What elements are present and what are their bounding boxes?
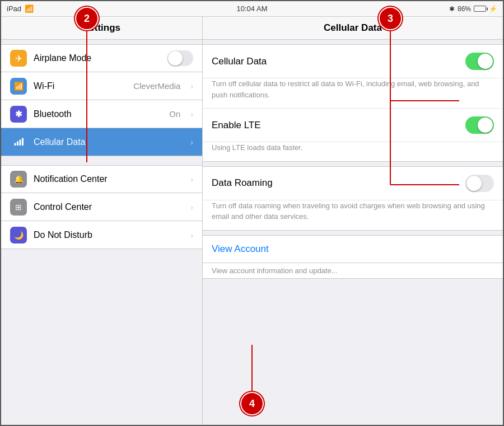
- settings-item-notification[interactable]: 🔔 Notification Center ›: [1, 165, 202, 193]
- enable-lte-toggle[interactable]: [465, 116, 494, 134]
- cellular-title: Cellular Data: [324, 22, 382, 33]
- left-panel: Settings ✈ Airplane Mode 📶: [1, 17, 203, 425]
- bluetooth-value: On: [169, 109, 180, 119]
- battery-percent: 86%: [458, 5, 471, 13]
- control-label: Control Center: [34, 202, 184, 212]
- main-content: Settings ✈ Airplane Mode 📶: [1, 17, 503, 425]
- bluetooth-chevron: ›: [190, 110, 193, 119]
- donotdisturb-chevron: ›: [190, 231, 193, 240]
- cellular-data-toggle[interactable]: [465, 53, 494, 70]
- settings-item-airplane[interactable]: ✈ Airplane Mode: [1, 44, 202, 72]
- cellular-toggle-knob: [478, 54, 493, 69]
- partial-text: View account information and update...: [203, 263, 503, 278]
- svg-rect-3: [22, 138, 24, 146]
- status-time: 10:04 AM: [237, 4, 268, 13]
- cellular-icon-bg: [10, 134, 27, 151]
- right-panel: Cellular Data Cellular Data Turn off cel…: [203, 17, 503, 425]
- view-account-label: View Account: [212, 244, 269, 255]
- notification-label: Notification Center: [34, 174, 184, 184]
- enable-lte-item[interactable]: Enable LTE: [203, 108, 503, 142]
- section-1: Cellular Data Turn off cellular data to …: [203, 44, 503, 162]
- notification-chevron: ›: [190, 175, 193, 184]
- cellular-header: Cellular Data: [203, 17, 503, 40]
- bluetooth-icon-bg: ✱: [10, 106, 27, 123]
- cellular-label: Cellular Data: [34, 137, 184, 147]
- control-chevron: ›: [190, 203, 193, 212]
- data-roaming-item[interactable]: Data Roaming: [203, 167, 503, 200]
- data-roaming-label: Data Roaming: [212, 177, 273, 189]
- wifi-icon-bg: 📶: [10, 78, 27, 95]
- wifi-label: Wi-Fi: [34, 81, 127, 91]
- airplane-label: Airplane Mode: [34, 53, 161, 63]
- settings-item-cellular[interactable]: Cellular Data ›: [1, 128, 202, 156]
- group-divider: [1, 156, 202, 161]
- status-left: iPad 📶: [7, 4, 34, 13]
- wifi-icon: 📶: [25, 4, 34, 13]
- wifi-value: CleverMedia: [133, 81, 180, 91]
- settings-item-control[interactable]: ⊞ Control Center ›: [1, 193, 202, 221]
- settings-item-wifi[interactable]: 📶 Wi-Fi CleverMedia ›: [1, 72, 202, 100]
- screen: iPad 📶 10:04 AM ✱ 86% ⚡ Settings: [0, 0, 504, 426]
- settings-header: Settings: [1, 17, 202, 40]
- svg-rect-1: [17, 141, 18, 146]
- cellular-signal-icon: [13, 137, 24, 147]
- callout-4: 4: [241, 393, 263, 414]
- battery-body: [474, 6, 486, 12]
- section-2: Data Roaming Turn off data roaming when …: [203, 166, 503, 231]
- callout-3: 3: [380, 8, 401, 29]
- section-3: View Account: [203, 235, 503, 263]
- partial-section: View account information and update...: [203, 263, 503, 279]
- cellular-data-desc: Turn off cellular data to restrict all d…: [203, 78, 503, 108]
- data-roaming-toggle[interactable]: [465, 175, 494, 192]
- enable-lte-label: Enable LTE: [212, 120, 261, 131]
- roaming-toggle-knob: [466, 176, 482, 191]
- notification-icon: 🔔: [10, 171, 27, 188]
- airplane-icon: ✈: [10, 50, 27, 67]
- svg-rect-2: [20, 139, 21, 146]
- battery-icon: [474, 6, 486, 12]
- cellular-data-item[interactable]: Cellular Data: [203, 45, 503, 78]
- wifi-chevron: ›: [190, 82, 193, 91]
- cellular-data-label: Cellular Data: [212, 56, 267, 67]
- callout-2: 2: [76, 8, 97, 29]
- settings-group-1: ✈ Airplane Mode 📶 Wi-Fi CleverMedia ›: [1, 44, 202, 156]
- bluetooth-label: Bluetooth: [34, 109, 162, 119]
- airplane-toggle[interactable]: [167, 50, 193, 66]
- bluetooth-icon: ✱: [449, 5, 455, 13]
- enable-lte-desc: Using LTE loads data faster.: [203, 142, 503, 161]
- donotdisturb-label: Do Not Disturb: [34, 230, 184, 240]
- settings-group-2: 🔔 Notification Center › ⊞ Control Center…: [1, 165, 202, 249]
- data-roaming-desc: Turn off data roaming when traveling to …: [203, 200, 503, 230]
- cellular-chevron: ›: [190, 138, 193, 147]
- toggle-knob: [168, 51, 183, 65]
- ipad-label: iPad: [7, 4, 21, 13]
- svg-rect-0: [15, 143, 16, 146]
- settings-item-donotdisturb[interactable]: 🌙 Do Not Disturb ›: [1, 221, 202, 249]
- view-account-item[interactable]: View Account: [203, 236, 503, 263]
- charge-icon: ⚡: [489, 5, 497, 13]
- lte-toggle-knob: [478, 118, 493, 133]
- right-content: Cellular Data Turn off cellular data to …: [203, 40, 503, 425]
- settings-item-bluetooth[interactable]: ✱ Bluetooth On ›: [1, 100, 202, 128]
- donotdisturb-icon: 🌙: [10, 227, 27, 244]
- control-icon: ⊞: [10, 199, 27, 216]
- status-right: ✱ 86% ⚡: [449, 5, 497, 13]
